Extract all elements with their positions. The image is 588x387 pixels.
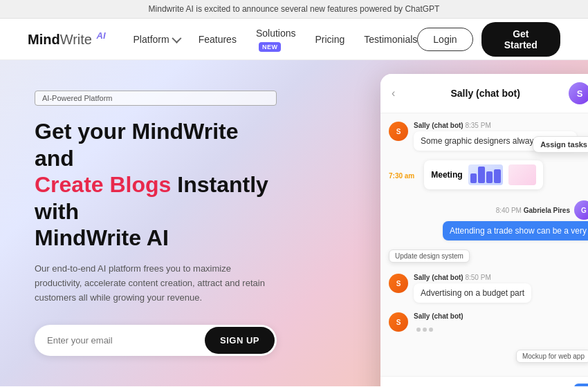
dot-2 xyxy=(423,328,427,332)
msg-meta-1: Sally (chat bot) 8:35 PM xyxy=(414,122,588,129)
hero-right: Assign tasks ‹ Sally (chat bot) S S Sall… xyxy=(367,74,588,386)
logo: MindWrite AI xyxy=(28,30,106,48)
hero-title-line3: MindWrite AI xyxy=(35,225,169,250)
announcement-text: Mindwrite AI is excited to announce seve… xyxy=(149,4,440,14)
nav-actions: Login Get Started xyxy=(417,22,560,57)
typing-content: Sally (chat bot) xyxy=(414,312,588,337)
msg-meta-2: Sally (chat bot) 8:50 PM xyxy=(414,274,588,281)
logo-ai: AI xyxy=(97,30,106,41)
chat-typing-row: S Sally (chat bot) xyxy=(389,312,588,337)
msg-sender-2: Sally (chat bot) xyxy=(414,274,463,281)
meeting-time: 7:30 am xyxy=(389,172,414,180)
meeting-label: Meeting xyxy=(431,170,462,180)
typing-meta: Sally (chat bot) xyxy=(414,312,588,320)
hero-section: AI-Powered Platform Get your MindWrite a… xyxy=(0,60,588,386)
assign-tasks-tag: Assign tasks xyxy=(533,136,588,153)
update-tag-row: Update design system xyxy=(389,249,588,267)
chat-input-bar: Type to add your comment ➤ xyxy=(380,376,588,386)
mini-bar-2 xyxy=(478,167,485,183)
hero-left: AI-Powered Platform Get your MindWrite a… xyxy=(0,60,304,386)
msg-bubble-2: Advertising on a budget part xyxy=(414,283,531,303)
dot-3 xyxy=(429,328,433,332)
typing-sender: Sally (chat bot) xyxy=(414,312,463,320)
gabriela-avatar: G xyxy=(574,200,588,220)
logo-write: Write xyxy=(60,32,92,47)
nav-link-features[interactable]: Features xyxy=(199,34,237,45)
hero-title-line1: Get your MindWrite and xyxy=(35,119,239,170)
signup-button[interactable]: SIGN UP xyxy=(205,327,275,354)
nav-item-testimonials[interactable]: Testimonials xyxy=(364,33,417,46)
sally-avatar-3: S xyxy=(389,312,408,332)
nav-item-features[interactable]: Features xyxy=(199,33,237,46)
mini-chart xyxy=(468,164,503,185)
typing-dots xyxy=(414,322,588,337)
nav-link-testimonials[interactable]: Testimonials xyxy=(364,34,417,45)
nav-link-platform[interactable]: Platform xyxy=(134,34,179,45)
update-design-tag: Update design system xyxy=(389,249,470,263)
announcement-bar: Mindwrite AI is excited to announce seve… xyxy=(0,0,588,19)
msg-time-1: 8:35 PM xyxy=(465,122,490,129)
mini-bar-4 xyxy=(494,169,501,183)
back-icon[interactable]: ‹ xyxy=(392,87,395,100)
msg-sender-1: Sally (chat bot) xyxy=(414,122,463,129)
hero-title: Get your MindWrite and Create Blogs Inst… xyxy=(35,118,277,251)
gabriela-sender: Gabriela Pires xyxy=(524,207,570,214)
nav-link-solutions[interactable]: Solutions NEW xyxy=(256,28,296,51)
gabriela-time: 8:40 PM xyxy=(496,207,524,214)
mockup-tag: Mockup for web app xyxy=(516,350,588,363)
gabriela-bubble-row: Attending a trade show can be a very xyxy=(389,221,588,240)
get-started-button[interactable]: Get Started xyxy=(481,22,560,57)
nav-item-pricing[interactable]: Pricing xyxy=(315,33,345,46)
logo-mind: Mind xyxy=(28,32,60,47)
chat-message-2: S Sally (chat bot) 8:50 PM Advertising o… xyxy=(389,274,588,303)
gabriela-message-group: 8:40 PM Gabriela Pires G Attending a tra… xyxy=(389,200,588,240)
chat-title: Sally (chat bot) xyxy=(402,88,569,99)
sally-avatar-2: S xyxy=(389,274,408,293)
send-button[interactable]: ➤ xyxy=(574,384,588,386)
mini-bar-1 xyxy=(470,173,477,183)
chat-messages: S Sally (chat bot) 8:35 PM Some graphic … xyxy=(380,113,588,376)
gabriela-row: 8:40 PM Gabriela Pires G xyxy=(389,200,588,220)
gabriela-bubble: Attending a trade show can be a very xyxy=(443,221,588,240)
msg-content-2: Sally (chat bot) 8:50 PM Advertising on … xyxy=(414,274,588,303)
dot-1 xyxy=(416,328,421,332)
nav-item-solutions[interactable]: Solutions NEW xyxy=(256,27,296,52)
mini-bar-3 xyxy=(486,171,493,183)
msg-time-2: 8:50 PM xyxy=(465,274,490,281)
chat-window: ‹ Sally (chat bot) S S Sally (chat bot) … xyxy=(380,74,588,386)
chat-avatar: S xyxy=(569,82,588,104)
email-input[interactable] xyxy=(35,327,203,354)
gabriela-meta: 8:40 PM Gabriela Pires xyxy=(496,207,570,214)
nav-link-pricing[interactable]: Pricing xyxy=(315,34,345,45)
hero-subtitle: Our end-to-end AI platform frees you to … xyxy=(35,262,277,305)
ai-badge: AI-Powered Platform xyxy=(35,91,277,106)
chevron-down-icon xyxy=(172,33,181,43)
sally-avatar: S xyxy=(389,122,408,141)
email-form: SIGN UP xyxy=(35,325,277,356)
meeting-card-row: 7:30 am Meeting xyxy=(389,160,588,191)
mini-image xyxy=(508,164,536,185)
login-button[interactable]: Login xyxy=(417,28,472,51)
navbar: MindWrite AI Platform Features Solutions… xyxy=(0,19,588,60)
meeting-card: Meeting xyxy=(424,160,542,189)
chat-header: ‹ Sally (chat bot) S xyxy=(380,74,588,113)
new-badge: NEW xyxy=(259,42,282,52)
hero-title-highlight: Create Blogs xyxy=(35,172,171,197)
nav-links: Platform Features Solutions NEW Pricing … xyxy=(134,27,418,52)
nav-item-platform[interactable]: Platform xyxy=(134,34,179,45)
